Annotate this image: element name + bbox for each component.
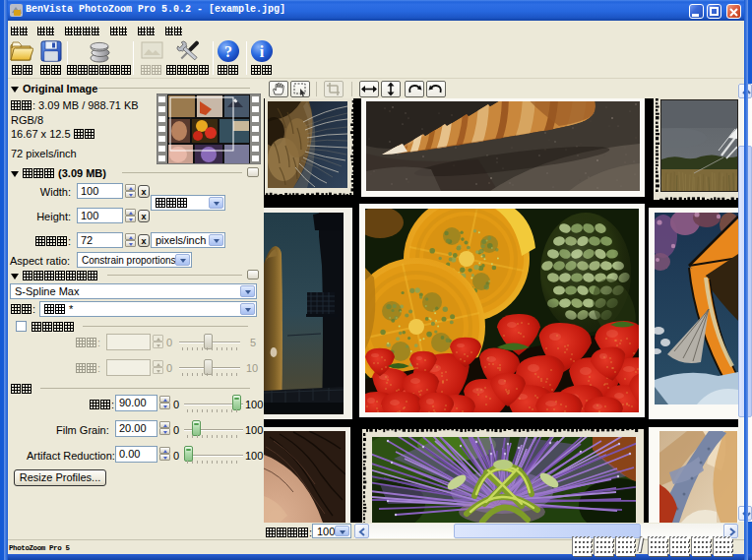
svg-text:i: i (260, 43, 265, 60)
svg-text:?: ? (224, 43, 232, 60)
